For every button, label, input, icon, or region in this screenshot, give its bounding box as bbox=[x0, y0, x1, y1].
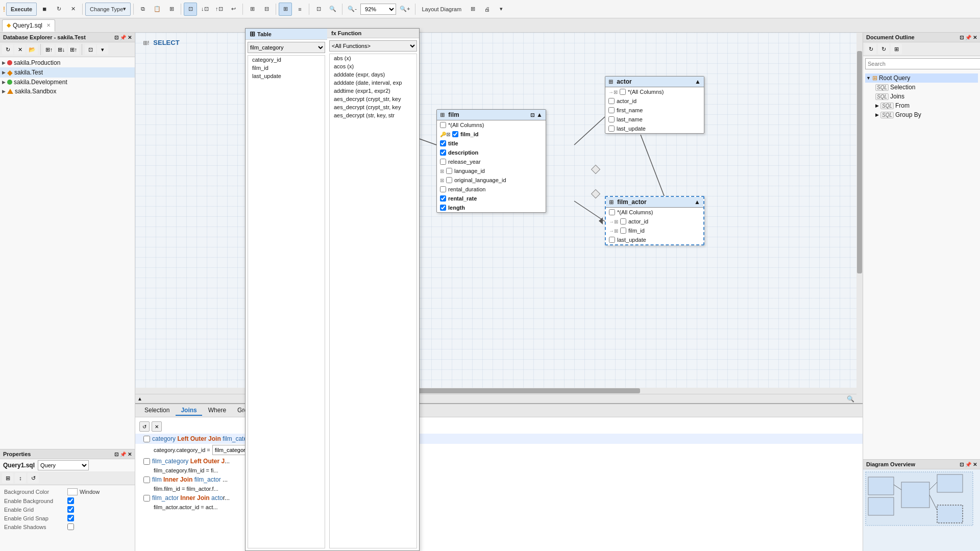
table-row[interactable]: →⊠ film_id bbox=[606, 226, 703, 235]
diagram-vscroll[interactable] bbox=[856, 33, 863, 403]
col-check[interactable] bbox=[620, 228, 626, 234]
join-delete-btn[interactable]: ✕ bbox=[152, 421, 162, 432]
table-row[interactable]: last_name bbox=[605, 115, 704, 124]
overview-close[interactable]: ✕ bbox=[973, 462, 977, 467]
db-refresh-btn[interactable]: ↻ bbox=[2, 44, 13, 55]
query-tab[interactable]: ◆ Query1.sql ✕ bbox=[2, 19, 55, 32]
table-row[interactable]: description bbox=[437, 148, 546, 157]
props-btn1[interactable]: ⊞ bbox=[2, 473, 13, 483]
copy-button[interactable]: ⧉ bbox=[136, 3, 150, 16]
join3-check[interactable] bbox=[143, 477, 150, 483]
db-item-sandbox[interactable]: ▶ sakila.Sandbox bbox=[0, 87, 135, 96]
search-button[interactable]: 🔍 bbox=[326, 3, 339, 16]
table-row[interactable]: ⊠ original_language_id bbox=[437, 176, 546, 185]
table-row[interactable]: rental_rate bbox=[437, 194, 546, 203]
props-query-type-select[interactable]: Query bbox=[38, 460, 89, 470]
query-tab-close[interactable]: ✕ bbox=[46, 22, 51, 28]
table-row[interactable]: actor_id bbox=[605, 96, 704, 106]
overview-icon1[interactable]: ⊡ bbox=[960, 462, 964, 467]
props-btn2[interactable]: ↕ bbox=[15, 473, 26, 483]
outline-refresh-btn[interactable]: ↻ bbox=[865, 44, 876, 54]
outline-joins[interactable]: SQL Joins bbox=[865, 92, 978, 101]
more-button[interactable]: ▾ bbox=[495, 3, 508, 16]
join-item-2[interactable]: film_category Left Outer J... bbox=[135, 456, 863, 466]
db-disconnect-btn[interactable]: ✕ bbox=[14, 44, 26, 55]
table-row[interactable]: ⊠ language_id bbox=[437, 166, 546, 176]
join-add-btn[interactable]: ↺ bbox=[139, 421, 150, 432]
layout-options-button[interactable]: ⊞ bbox=[466, 3, 479, 16]
outline-groupby[interactable]: ▶ SQL Group By bbox=[865, 110, 978, 119]
col-check[interactable] bbox=[440, 195, 446, 202]
fit-button[interactable]: ↩ bbox=[227, 3, 240, 16]
props-enable-grid-check[interactable] bbox=[67, 506, 74, 513]
table-collapse[interactable]: ▲ bbox=[536, 111, 543, 118]
col-check[interactable] bbox=[608, 116, 615, 122]
col-check[interactable] bbox=[440, 140, 446, 146]
tab-where[interactable]: Where bbox=[203, 406, 231, 416]
film-btn[interactable]: ⊡ bbox=[530, 112, 534, 118]
diagram-area[interactable]: ⊞! SELECT bbox=[135, 33, 863, 403]
col-check[interactable] bbox=[609, 237, 615, 243]
join1-check[interactable] bbox=[143, 436, 150, 442]
join4-check[interactable] bbox=[143, 495, 150, 502]
props-float[interactable]: 📌 bbox=[120, 452, 126, 457]
tab-selection[interactable]: Selection bbox=[139, 406, 175, 416]
outline-schema-btn[interactable]: ⊞ bbox=[891, 44, 902, 54]
vscroll-thumb[interactable] bbox=[857, 51, 862, 273]
distribute-button[interactable]: ⊟ bbox=[260, 3, 273, 16]
db-item-dev[interactable]: ▶ sakila.Development bbox=[0, 78, 135, 87]
db-title-close[interactable]: ✕ bbox=[128, 35, 132, 40]
props-enable-bg-check[interactable] bbox=[67, 497, 74, 504]
col-check[interactable] bbox=[608, 126, 615, 132]
doc-outline-icon1[interactable]: ⊡ bbox=[960, 35, 964, 40]
doc-outline-close[interactable]: ✕ bbox=[973, 35, 977, 40]
col-check[interactable] bbox=[440, 205, 446, 211]
table-row[interactable]: title bbox=[437, 139, 546, 148]
diagram-view-button[interactable]: ⊞ bbox=[279, 3, 292, 16]
db-item-test[interactable]: ▶ ◆ sakila.Test bbox=[0, 67, 135, 78]
diagram-search-btn[interactable]: 🔍 bbox=[847, 395, 854, 403]
select-mode-button[interactable]: ⊡ bbox=[184, 3, 197, 16]
db-more-btn[interactable]: ▾ bbox=[97, 44, 108, 55]
table-row[interactable]: *(All Columns) bbox=[437, 120, 546, 130]
table-film[interactable]: ⊞ film ⊡ ▲ *(All Columns) 🔑⊠ film_id tit… bbox=[436, 109, 546, 213]
doc-outline-pin[interactable]: 📌 bbox=[965, 35, 971, 40]
layout-diagram-button[interactable]: Layout Diagram bbox=[418, 3, 465, 16]
change-type-button[interactable]: Change Type ▾ bbox=[85, 3, 131, 16]
diagram-hscroll[interactable] bbox=[135, 388, 856, 394]
col-check[interactable] bbox=[620, 89, 626, 95]
table-row[interactable]: release_year bbox=[437, 157, 546, 166]
table-row[interactable]: →⊠ actor_id bbox=[606, 217, 703, 226]
table-collapse[interactable]: ▲ bbox=[695, 78, 701, 85]
table-row[interactable]: last_update bbox=[605, 124, 704, 133]
table-row[interactable]: *(All Columns) bbox=[606, 208, 703, 217]
col-check[interactable] bbox=[452, 131, 458, 137]
stop-button[interactable]: ■ bbox=[38, 3, 51, 16]
zoom-out-button[interactable]: 🔍- bbox=[345, 3, 359, 16]
move-down-button[interactable]: ↓⊡ bbox=[198, 3, 211, 16]
zoom-select[interactable]: 92%100%75% bbox=[360, 4, 396, 15]
db-title-pin[interactable]: 📌 bbox=[120, 35, 126, 40]
table-row[interactable]: rental_duration bbox=[437, 185, 546, 194]
grid-button[interactable]: ⊞ bbox=[165, 3, 178, 16]
export-button[interactable]: ⊡ bbox=[312, 3, 325, 16]
overview-pin[interactable]: 📌 bbox=[965, 462, 971, 467]
align-button[interactable]: ⊞ bbox=[246, 3, 259, 16]
db-filter2-btn[interactable]: ⊞↓ bbox=[56, 44, 67, 55]
table-collapse[interactable]: ▲ bbox=[694, 198, 700, 206]
db-filter-btn[interactable]: ⊞↑ bbox=[43, 44, 55, 55]
outline-selection[interactable]: SQL Selection bbox=[865, 83, 978, 92]
table-row[interactable]: length bbox=[437, 203, 546, 212]
refresh-button[interactable]: ↻ bbox=[52, 3, 65, 16]
db-item-production[interactable]: ▶ sakila.Production bbox=[0, 58, 135, 67]
join-item-3[interactable]: film Inner Join film_actor ... bbox=[135, 474, 863, 485]
db-filter3-btn[interactable]: ⊞↑ bbox=[68, 44, 79, 55]
col-check[interactable] bbox=[440, 186, 446, 192]
table-row[interactable]: first_name bbox=[605, 106, 704, 115]
join-item-4[interactable]: film_actor Inner Join actor... bbox=[135, 493, 863, 503]
table-row[interactable]: last_update bbox=[606, 235, 703, 244]
props-pin[interactable]: ⊡ bbox=[114, 452, 118, 457]
execute-button[interactable]: Execute bbox=[6, 3, 37, 16]
props-shadows-check[interactable] bbox=[67, 523, 74, 530]
col-check[interactable] bbox=[609, 209, 615, 215]
